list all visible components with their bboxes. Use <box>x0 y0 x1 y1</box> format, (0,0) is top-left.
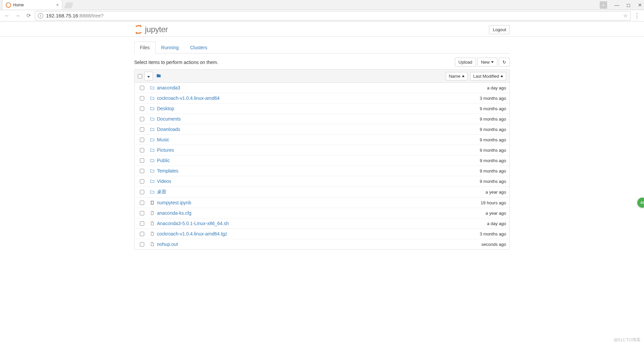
list-item: Templates9 months ago <box>135 166 509 176</box>
select-all-checkbox[interactable] <box>138 74 142 78</box>
row-checkbox[interactable] <box>140 179 144 184</box>
breadcrumb-root[interactable] <box>156 73 161 79</box>
upload-button[interactable]: Upload <box>455 58 476 67</box>
item-name[interactable]: Anaconda3-5.0.1-Linux-x86_64.sh <box>157 221 229 226</box>
dashboard-tabs: FilesRunningClusters <box>134 41 510 54</box>
list-item: numpytest.ipynb19 hours ago <box>135 198 509 208</box>
item-modified: a year ago <box>486 190 506 195</box>
folder-icon <box>150 117 155 121</box>
folder-icon <box>150 179 155 184</box>
row-checkbox[interactable] <box>140 169 144 173</box>
folder-icon <box>150 85 155 90</box>
folder-icon <box>150 148 155 152</box>
file-icon <box>150 242 155 247</box>
file-list-header: Name Last Modified <box>135 70 509 83</box>
item-name[interactable]: Music <box>157 137 169 142</box>
tab-files[interactable]: Files <box>134 42 156 54</box>
notebook-icon <box>150 200 155 205</box>
item-name[interactable]: Downloads <box>157 127 180 132</box>
row-checkbox[interactable] <box>140 138 144 142</box>
jupyter-logo-icon <box>134 25 143 34</box>
arrow-up-icon <box>462 75 465 77</box>
list-item: Pictures9 months ago <box>135 145 509 155</box>
row-checkbox[interactable] <box>140 148 144 152</box>
nav-forward-icon[interactable]: → <box>13 11 22 20</box>
row-checkbox[interactable] <box>140 96 144 100</box>
item-name[interactable]: Desktop <box>157 106 174 111</box>
list-item: Music9 months ago <box>135 135 509 145</box>
item-name[interactable]: Pictures <box>157 147 174 153</box>
site-info-icon[interactable]: i <box>38 13 43 18</box>
list-item: anaconda3a day ago <box>135 83 509 93</box>
list-item: anaconda-ks.cfga year ago <box>135 208 509 218</box>
item-name[interactable]: Documents <box>157 116 181 122</box>
item-modified: 3 months ago <box>480 96 506 101</box>
folder-icon <box>150 190 155 194</box>
refresh-icon: ↻ <box>502 60 506 65</box>
item-name[interactable]: nohup.out <box>157 242 178 247</box>
item-modified: 9 months ago <box>480 117 506 122</box>
row-checkbox[interactable] <box>140 86 144 90</box>
address-bar[interactable]: i 192.168.75.16:8888/tree? ☆ <box>35 11 631 20</box>
logout-button[interactable]: Logout <box>489 25 510 34</box>
refresh-button[interactable]: ↻ <box>499 58 510 67</box>
select-menu-caret[interactable] <box>144 72 153 80</box>
browser-tab[interactable]: Home × <box>2 0 62 10</box>
bookmark-star-icon[interactable]: ☆ <box>623 13 628 19</box>
item-name[interactable]: 桌面 <box>157 189 166 195</box>
new-tab-button[interactable] <box>64 2 74 8</box>
row-checkbox[interactable] <box>140 117 144 121</box>
list-item: Desktop9 months ago <box>135 104 509 114</box>
item-name[interactable]: Videos <box>157 179 171 184</box>
item-name[interactable]: cockroach-v1.0.4.linux-amd64 <box>157 95 220 101</box>
row-checkbox[interactable] <box>140 221 144 226</box>
nav-back-icon[interactable]: ← <box>3 11 11 20</box>
sort-by-modified[interactable]: Last Modified <box>470 72 506 80</box>
row-checkbox[interactable] <box>140 190 144 194</box>
tab-running[interactable]: Running <box>156 42 184 54</box>
nav-reload-icon[interactable]: ⟳ <box>24 11 33 20</box>
item-modified: seconds ago <box>481 242 506 247</box>
new-button[interactable]: New <box>477 58 497 67</box>
row-checkbox[interactable] <box>140 232 144 236</box>
account-icon[interactable]: ▪ <box>600 1 607 9</box>
item-name[interactable]: cockroach-v1.0.4.linux-amd64.tgz <box>157 231 227 236</box>
row-checkbox[interactable] <box>140 242 144 247</box>
tab-clusters[interactable]: Clusters <box>184 42 213 54</box>
item-modified: 9 months ago <box>480 106 506 111</box>
window-close-icon[interactable]: ✕ <box>638 2 642 8</box>
item-name[interactable]: anaconda3 <box>157 85 180 90</box>
row-checkbox[interactable] <box>140 211 144 215</box>
item-name[interactable]: Templates <box>157 168 178 174</box>
item-modified: 9 months ago <box>480 148 506 153</box>
row-checkbox[interactable] <box>140 201 144 205</box>
jupyter-favicon <box>6 2 11 8</box>
item-name[interactable]: numpytest.ipynb <box>157 200 191 205</box>
item-modified: a year ago <box>486 211 506 216</box>
folder-icon <box>150 137 155 142</box>
row-checkbox[interactable] <box>140 127 144 132</box>
list-item: Downloads9 months ago <box>135 124 509 135</box>
browser-menu-icon[interactable]: ⋮ <box>633 12 641 19</box>
window-maximize-icon[interactable]: ◻ <box>627 2 631 8</box>
file-icon <box>150 211 155 215</box>
row-checkbox[interactable] <box>140 107 144 111</box>
close-tab-icon[interactable]: × <box>56 2 59 7</box>
item-name[interactable]: anaconda-ks.cfg <box>157 210 192 216</box>
item-modified: a day ago <box>487 85 506 90</box>
item-name[interactable]: Public <box>157 158 170 163</box>
dashboard-toolbar: Select items to perform actions on them.… <box>134 54 510 69</box>
list-item: 桌面a year ago <box>135 187 509 198</box>
jupyter-logo-text: jupyter <box>145 25 168 34</box>
item-modified: 9 months ago <box>480 137 506 142</box>
window-minimize-icon[interactable]: — <box>614 2 619 8</box>
svg-rect-0 <box>151 201 151 205</box>
jupyter-header: jupyter Logout <box>134 21 510 36</box>
caret-down-icon <box>491 61 494 63</box>
row-checkbox[interactable] <box>140 158 144 163</box>
sort-by-name[interactable]: Name <box>446 72 468 80</box>
jupyter-logo[interactable]: jupyter <box>134 25 168 34</box>
file-list: Name Last Modified anaconda3a day agococ… <box>134 69 510 250</box>
browser-toolbar: ← → ⟳ i 192.168.75.16:8888/tree? ☆ ⋮ <box>0 10 644 21</box>
item-modified: 9 months ago <box>480 179 506 184</box>
